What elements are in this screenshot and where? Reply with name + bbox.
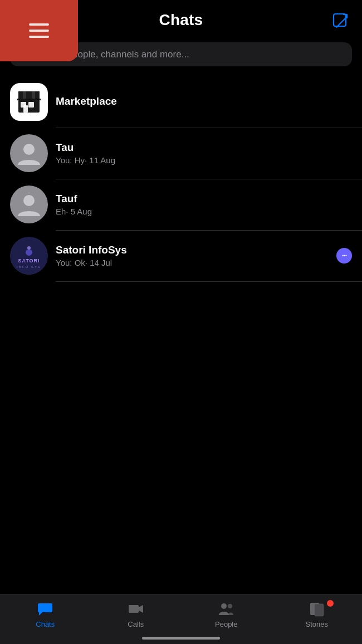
svg-rect-14 — [23, 105, 28, 113]
chat-info-tauf: Tauf Eh· 5 Aug — [56, 193, 352, 216]
menu-line-1 — [29, 23, 49, 26]
home-indicator — [142, 637, 220, 640]
svg-point-22 — [27, 246, 31, 250]
nav-item-chats[interactable]: Chats — [0, 600, 91, 628]
svg-rect-13 — [28, 102, 34, 108]
chats-nav-icon — [36, 600, 54, 618]
header: Chats — [0, 0, 362, 38]
svg-point-17 — [23, 195, 35, 206]
svg-point-25 — [228, 604, 232, 608]
chat-preview-tau: You: Hy· 11 Aug — [56, 155, 352, 165]
nav-label-stories: Stories — [306, 620, 328, 628]
svg-point-24 — [221, 603, 227, 609]
menu-line-3 — [29, 36, 49, 38]
svg-rect-7 — [23, 91, 26, 99]
chat-name-satori: Satori InfoSys — [56, 244, 329, 256]
chat-info-marketplace: Marketplace — [56, 95, 352, 109]
svg-rect-23 — [129, 605, 139, 613]
chat-name-tau: Tau — [56, 142, 352, 154]
nav-item-calls[interactable]: Calls — [91, 600, 182, 628]
avatar-marketplace — [10, 83, 48, 121]
chat-item-tau[interactable]: Tau You: Hy· 11 Aug — [0, 128, 362, 179]
nav-label-calls: Calls — [128, 620, 144, 628]
svg-text:SATORI: SATORI — [18, 258, 40, 264]
avatar-satori: SATORI INFO SYS — [10, 237, 48, 275]
chat-item-satori[interactable]: SATORI INFO SYS Satori InfoSys You: Ok· … — [0, 230, 362, 281]
chat-preview-satori: You: Ok· 14 Jul — [56, 258, 329, 267]
svg-rect-9 — [32, 91, 35, 99]
chat-item-tauf[interactable]: Tauf Eh· 5 Aug — [0, 179, 362, 230]
svg-rect-10 — [36, 91, 40, 99]
badge-dots: ··· — [342, 251, 347, 260]
svg-rect-6 — [18, 91, 22, 99]
avatar-tau — [10, 134, 48, 172]
satori-logo: SATORI INFO SYS — [10, 237, 48, 275]
menu-icon — [29, 23, 49, 38]
stories-nav-icon — [308, 600, 326, 618]
calls-nav-icon — [127, 600, 145, 618]
svg-point-19 — [26, 249, 32, 256]
chat-list: Marketplace Tau You: Hy· 11 Aug Tauf Eh·… — [0, 76, 362, 281]
compose-button[interactable] — [330, 10, 351, 31]
nav-label-people: People — [215, 620, 237, 628]
menu-button[interactable] — [0, 0, 78, 61]
chat-info-satori: Satori InfoSys You: Ok· 14 Jul — [56, 244, 329, 267]
chat-name-tauf: Tauf — [56, 193, 352, 205]
chat-preview-tauf: Eh· 5 Aug — [56, 207, 352, 216]
chat-badge-satori: ··· — [336, 248, 352, 264]
svg-text:INFO SYS: INFO SYS — [17, 265, 41, 269]
svg-rect-27 — [315, 604, 324, 616]
menu-line-2 — [29, 30, 49, 32]
avatar-tauf — [10, 186, 48, 223]
svg-point-16 — [23, 144, 35, 155]
chat-name: Marketplace — [56, 95, 352, 108]
nav-item-stories[interactable]: Stories — [272, 600, 363, 628]
page-title: Chats — [159, 11, 203, 29]
person-icon-tauf — [15, 191, 43, 218]
svg-rect-15 — [17, 99, 41, 100]
person-icon-tau — [15, 139, 43, 167]
svg-rect-8 — [27, 91, 31, 99]
compose-icon — [331, 12, 349, 30]
stories-badge — [327, 600, 334, 607]
marketplace-store-icon — [14, 87, 44, 117]
chat-info-tau: Tau You: Hy· 11 Aug — [56, 142, 352, 165]
nav-item-people[interactable]: People — [181, 600, 272, 628]
chat-item-marketplace[interactable]: Marketplace — [0, 76, 362, 128]
people-nav-icon — [217, 600, 235, 618]
nav-label-chats: Chats — [36, 620, 55, 628]
